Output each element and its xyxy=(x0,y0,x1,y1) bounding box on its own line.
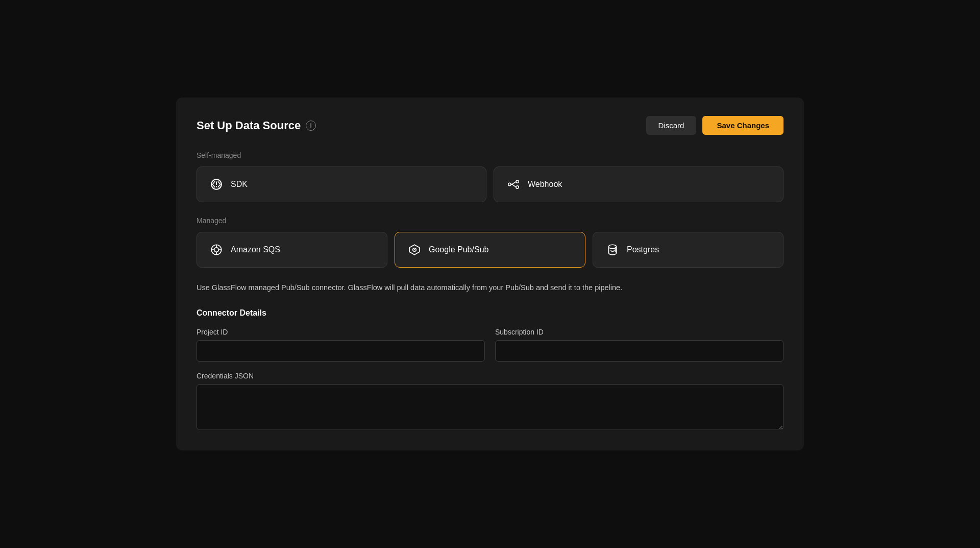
subscription-id-group: Subscription ID xyxy=(495,328,783,362)
svg-point-4 xyxy=(214,248,219,252)
webhook-connector-card[interactable]: Webhook xyxy=(494,166,783,202)
google-pubsub-connector-card[interactable]: Google Pub/Sub xyxy=(395,232,585,268)
credentials-json-group: Credentials JSON xyxy=(197,372,783,430)
google-pubsub-icon xyxy=(407,243,422,257)
credentials-json-textarea[interactable] xyxy=(197,384,783,430)
amazon-sqs-label: Amazon SQS xyxy=(231,245,280,254)
subscription-id-input[interactable] xyxy=(495,340,783,362)
discard-button[interactable]: Discard xyxy=(646,116,697,135)
webhook-icon xyxy=(506,177,521,192)
self-managed-grid: SDK Webhook xyxy=(197,166,783,202)
amazon-sqs-connector-card[interactable]: Amazon SQS xyxy=(197,232,387,268)
self-managed-label: Self-managed xyxy=(197,151,783,159)
project-id-group: Project ID xyxy=(197,328,485,362)
subscription-id-label: Subscription ID xyxy=(495,328,783,336)
amazon-sqs-icon xyxy=(209,243,224,257)
main-card: Set Up Data Source i Discard Save Change… xyxy=(176,98,804,450)
postgres-connector-card[interactable]: Postgres xyxy=(593,232,783,268)
google-pubsub-label: Google Pub/Sub xyxy=(429,245,488,254)
postgres-icon xyxy=(605,243,620,257)
managed-section: Managed Amazon SQS xyxy=(197,217,783,268)
save-changes-button[interactable]: Save Changes xyxy=(702,116,783,135)
page-title: Set Up Data Source xyxy=(197,119,301,132)
sdk-label: SDK xyxy=(231,180,248,189)
webhook-label: Webhook xyxy=(528,180,562,189)
managed-label: Managed xyxy=(197,217,783,225)
description-text: Use GlassFlow managed Pub/Sub connector.… xyxy=(197,282,783,294)
postgres-label: Postgres xyxy=(627,245,659,254)
project-id-input[interactable] xyxy=(197,340,485,362)
connector-details-section: Connector Details Project ID Subscriptio… xyxy=(197,308,783,430)
credentials-json-label: Credentials JSON xyxy=(197,372,783,380)
managed-grid: Amazon SQS Google Pub/Sub xyxy=(197,232,783,268)
self-managed-section: Self-managed SDK xyxy=(197,151,783,202)
connector-details-title: Connector Details xyxy=(197,308,783,318)
header-row: Set Up Data Source i Discard Save Change… xyxy=(197,116,783,135)
sdk-icon xyxy=(209,177,224,192)
project-id-label: Project ID xyxy=(197,328,485,336)
sdk-connector-card[interactable]: SDK xyxy=(197,166,486,202)
info-icon: i xyxy=(306,121,316,131)
title-area: Set Up Data Source i xyxy=(197,119,316,132)
header-buttons: Discard Save Changes xyxy=(646,116,783,135)
svg-point-10 xyxy=(414,249,415,250)
form-row-ids: Project ID Subscription ID xyxy=(197,328,783,362)
